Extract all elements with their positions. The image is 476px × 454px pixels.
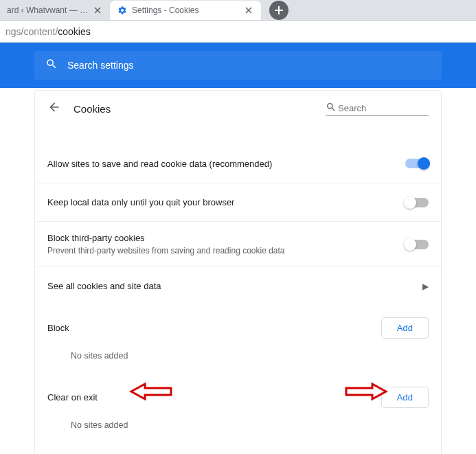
- row-sublabel: Prevent third-party websites from saving…: [47, 246, 405, 256]
- url-bar[interactable]: ngs /content/ cookies: [0, 21, 476, 43]
- search-icon: [326, 102, 337, 115]
- tab-inactive[interactable]: ard ‹ Whatvwant — Wor…: [0, 1, 110, 20]
- toggle-block-third-party[interactable]: [405, 240, 429, 249]
- section-clear-on-exit: Clear on exit Add: [35, 374, 441, 411]
- row-label: Allow sites to save and read cookie data…: [47, 159, 405, 169]
- row-see-all-cookies[interactable]: See all cookies and site data ▶: [35, 266, 441, 305]
- toggle-keep-local[interactable]: [405, 198, 429, 207]
- panel-search-input[interactable]: [337, 101, 429, 115]
- row-block-third-party: Block third-party cookies Prevent third-…: [35, 221, 441, 266]
- url-segment: ngs: [5, 26, 21, 37]
- row-keep-local: Keep local data only until you quit your…: [35, 183, 441, 221]
- url-segment: /content/: [21, 26, 58, 37]
- panel-header: Cookies: [35, 91, 441, 126]
- toggle-allow-save[interactable]: [405, 159, 429, 168]
- section-title: Clear on exit: [47, 392, 381, 402]
- search-settings-container: [34, 51, 442, 80]
- add-clear-on-exit-button[interactable]: Add: [381, 387, 429, 408]
- gear-icon: [117, 5, 128, 16]
- section-title: Block: [47, 323, 381, 333]
- tab-active[interactable]: Settings - Cookies: [110, 1, 261, 20]
- empty-message: No sites added: [35, 341, 441, 374]
- url-segment: cookies: [58, 26, 90, 37]
- back-arrow-icon[interactable]: [47, 100, 61, 117]
- search-settings-input[interactable]: [67, 60, 431, 71]
- row-allow-save: Allow sites to save and read cookie data…: [35, 144, 441, 183]
- row-label: See all cookies and site data: [47, 281, 422, 291]
- row-label: Keep local data only until you quit your…: [47, 197, 405, 207]
- chevron-right-icon: ▶: [422, 282, 429, 291]
- new-tab-button[interactable]: [269, 1, 288, 20]
- row-label: Block third-party cookies: [47, 233, 405, 243]
- close-icon[interactable]: [92, 5, 103, 16]
- section-block: Block Add: [35, 305, 441, 341]
- page-title: Cookies: [73, 103, 326, 115]
- tab-title: ard ‹ Whatvwant — Wor…: [7, 5, 92, 15]
- empty-message: No sites added: [35, 411, 441, 444]
- panel-search: [326, 101, 429, 116]
- browser-tabs: ard ‹ Whatvwant — Wor… Settings - Cookie…: [0, 0, 476, 21]
- settings-search-bar: [0, 43, 476, 88]
- search-icon: [45, 58, 58, 73]
- add-block-button[interactable]: Add: [381, 317, 429, 339]
- section-allow: Allow Add: [35, 444, 441, 454]
- tab-title: Settings - Cookies: [132, 5, 243, 15]
- cookies-panel: Cookies Allow sites to save and read coo…: [34, 90, 442, 454]
- close-icon[interactable]: [243, 5, 254, 16]
